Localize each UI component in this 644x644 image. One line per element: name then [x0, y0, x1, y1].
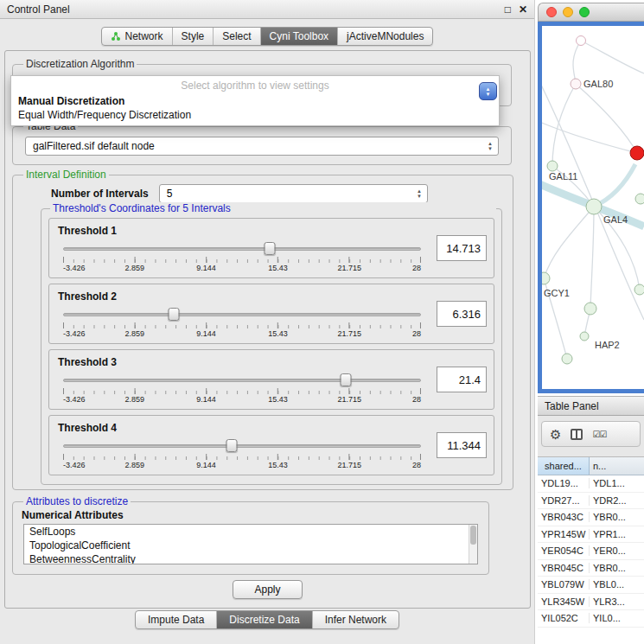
table-cell[interactable]: YBR043C — [538, 512, 590, 522]
scale-label: 2.859 — [125, 329, 145, 338]
slider-track[interactable] — [63, 444, 421, 448]
table-cell[interactable]: YER0... — [590, 545, 644, 556]
threshold-1-slider[interactable] — [63, 242, 421, 255]
table-row[interactable]: YDR27... YDR2... — [538, 493, 644, 510]
float-window-icon[interactable]: □ — [505, 3, 511, 16]
slider-thumb[interactable] — [226, 439, 237, 452]
scale-label: -3.426 — [63, 329, 86, 338]
dropdown-item-equal-width[interactable]: Equal Width/Frequency Discretization — [11, 108, 499, 122]
table-cell[interactable]: YIL052C — [538, 613, 590, 623]
network-node[interactable] — [577, 36, 586, 46]
list-item[interactable]: SelfLoops — [24, 525, 477, 539]
network-node[interactable] — [562, 354, 572, 364]
threshold-1-value-field[interactable]: 14.713 — [437, 235, 487, 261]
close-icon[interactable]: ✕ — [519, 3, 527, 16]
gear-icon[interactable]: ⚙ — [550, 428, 561, 441]
threshold-2-slider[interactable] — [63, 308, 421, 321]
table-row[interactable]: YDL19... YDL1... — [538, 475, 644, 493]
network-node[interactable] — [586, 199, 602, 214]
network-node[interactable] — [571, 79, 581, 89]
table-cell[interactable]: YER054C — [538, 545, 590, 556]
threshold-4-slider[interactable] — [63, 439, 421, 452]
list-scrollbar[interactable] — [469, 525, 477, 564]
columns-icon[interactable] — [571, 429, 583, 440]
tab-infer-network[interactable]: Infer Network — [312, 611, 399, 628]
table-panel: ⚙ ☑☑ shared... n... YDL19... YDL1... YDR… — [538, 416, 644, 644]
table-row[interactable]: YBL079W YBL0... — [538, 577, 644, 594]
slider-thumb[interactable] — [264, 242, 275, 255]
threshold-1-label: Threshold 1 — [58, 225, 428, 237]
network-node-selected[interactable] — [630, 146, 644, 160]
column-header[interactable]: n... — [590, 457, 644, 475]
column-header[interactable]: shared... — [538, 457, 590, 475]
network-canvas[interactable]: GAL80 GAL11 GAL4 GCY1 HAP2 — [538, 22, 644, 393]
tab-network[interactable]: Network — [102, 28, 172, 45]
network-node[interactable] — [542, 272, 550, 284]
table-cell[interactable]: YDR27... — [538, 495, 590, 506]
threshold-4-value-field[interactable]: 11.344 — [437, 432, 487, 458]
table-row[interactable]: YBR045C YBR0... — [538, 560, 644, 577]
table-data-stepper-icon: ▲ ▼ — [485, 137, 495, 155]
table-cell[interactable]: YDL19... — [538, 478, 590, 488]
zoom-window-button[interactable] — [579, 7, 590, 17]
table-cell[interactable]: YBL0... — [590, 579, 644, 590]
table-cell[interactable]: YBR0... — [590, 512, 644, 522]
tab-cyni-toolbox[interactable]: Cyni Toolbox — [260, 28, 337, 45]
attributes-list[interactable]: SelfLoops TopologicalCoefficient Between… — [23, 524, 478, 564]
table-cell[interactable]: YLR3... — [590, 596, 644, 607]
table-cell[interactable]: YDL1... — [590, 478, 644, 488]
network-node[interactable] — [634, 284, 644, 295]
apply-button[interactable]: Apply — [233, 580, 302, 599]
table-row[interactable]: YBR043C YBR0... — [538, 509, 644, 526]
threshold-4-box: Threshold 4 -3.426 2.859 — [48, 415, 494, 475]
algorithm-combo-stepper[interactable]: ▲ ▼ — [479, 82, 497, 100]
table-cell[interactable]: YPR1... — [590, 529, 644, 539]
minimize-window-button[interactable] — [563, 7, 573, 17]
list-item[interactable]: BetweennessCentrality — [24, 552, 477, 564]
network-node-label: GCY1 — [544, 288, 570, 298]
network-node[interactable] — [580, 332, 589, 341]
tab-select[interactable]: Select — [213, 28, 259, 45]
network-node[interactable] — [584, 303, 596, 315]
table-row[interactable]: YIL052C YIL0... — [538, 610, 644, 628]
threshold-4-slider-area: Threshold 4 -3.426 2.859 — [56, 421, 428, 470]
table-cell[interactable]: YLR345W — [538, 596, 590, 607]
table-data-select[interactable]: galFiltered.sif default node ▲ ▼ — [25, 137, 499, 156]
slider-track[interactable] — [63, 379, 421, 382]
slider-thumb[interactable] — [341, 373, 352, 386]
table-cell[interactable]: YIL0... — [590, 613, 644, 623]
close-window-button[interactable] — [546, 7, 557, 17]
table-row[interactable]: YPR145W YPR1... — [538, 526, 644, 544]
slider-scale: -3.426 2.859 9.144 15.43 21.715 28 — [63, 395, 421, 405]
control-panel: Control Panel □ ✕ Network Sty — [0, 0, 535, 644]
network-node[interactable] — [547, 161, 558, 171]
slider-thumb[interactable] — [169, 308, 180, 321]
tab-impute-data[interactable]: Impute Data — [136, 611, 216, 628]
table-toolbar: ⚙ ☑☑ — [541, 421, 641, 447]
network-window-titlebar[interactable] — [538, 3, 644, 22]
table-cell[interactable]: YDR2... — [590, 495, 644, 506]
number-of-intervals-spinner[interactable]: 5 ▲ ▼ — [159, 184, 428, 203]
table-row[interactable]: YER054C YER0... — [538, 543, 644, 560]
slider-track[interactable] — [63, 313, 421, 316]
algorithm-dropdown-list: Select algorithm to view settings Manual… — [10, 75, 500, 126]
tab-discretize-data[interactable]: Discretize Data — [216, 611, 311, 628]
list-scrollbar-thumb[interactable] — [470, 526, 476, 545]
list-item[interactable]: TopologicalCoefficient — [24, 539, 477, 552]
threshold-3-value-field[interactable]: 21.4 — [437, 367, 487, 392]
slider-track[interactable] — [63, 247, 421, 251]
table-cell[interactable]: YPR145W — [538, 529, 590, 539]
table-row[interactable]: YLR345W YLR3... — [538, 594, 644, 611]
scale-label: 15.43 — [268, 264, 288, 272]
select-rows-icon[interactable]: ☑☑ — [592, 430, 606, 439]
threshold-2-value-field[interactable]: 6.316 — [437, 301, 487, 327]
table-cell[interactable]: YBR0... — [590, 563, 644, 573]
tab-style[interactable]: Style — [172, 28, 214, 45]
network-node[interactable] — [635, 194, 644, 204]
table-cell[interactable]: YBL079W — [538, 579, 590, 590]
table-cell[interactable]: YBR045C — [538, 563, 590, 573]
threshold-3-slider[interactable] — [63, 373, 421, 386]
threshold-4-label: Threshold 4 — [58, 422, 428, 434]
tab-jactivemnodules[interactable]: jActiveMNodules — [337, 28, 432, 45]
dropdown-item-manual[interactable]: Manual Discretization — [11, 94, 499, 108]
